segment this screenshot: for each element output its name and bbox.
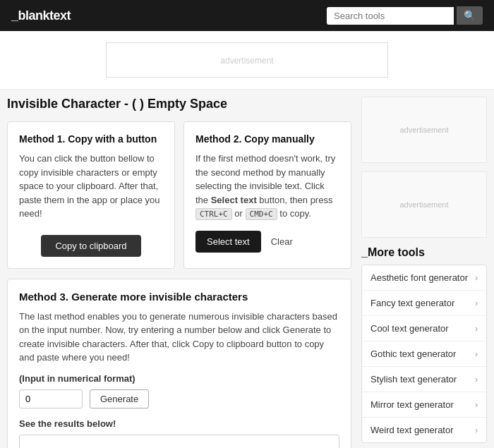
tool-label-aesthetic: Aesthetic font generator (370, 272, 468, 283)
tools-list: Aesthetic font generator›Fancy text gene… (361, 265, 487, 443)
sidebar-item-mirror[interactable]: Mirror text generator› (362, 392, 486, 418)
header: _blanktext 🔍 (0, 0, 494, 31)
content-area: Invisible Character - ( ) Empty Space Me… (7, 97, 351, 448)
sidebar-item-cool[interactable]: Cool text generator› (362, 316, 486, 341)
top-ad: advertisement (0, 31, 494, 90)
tool-label-stylish: Stylish text generator (370, 374, 457, 385)
sidebar-item-gothic[interactable]: Gothic text generator› (362, 341, 486, 367)
results-textarea[interactable] (19, 435, 339, 449)
main-layout: Invisible Character - ( ) Empty Space Me… (0, 90, 494, 448)
method2-heading: Method 2. Copy manually (195, 133, 339, 145)
generate-button[interactable]: Generate (90, 389, 149, 408)
results-label: See the results below! (19, 418, 339, 429)
sidebar-item-stylish[interactable]: Stylish text generator› (362, 367, 486, 392)
sidebar: advertisement advertisement _More tools … (361, 97, 487, 448)
method1-card: Method 1. Copy with a button You can cli… (7, 121, 175, 269)
tool-label-weird: Weird text generator (370, 425, 454, 435)
ad-banner: advertisement (106, 42, 388, 78)
more-tools-title: _More tools (361, 246, 487, 259)
chevron-right-icon: › (475, 375, 478, 385)
tool-label-mirror: Mirror text generator (370, 399, 454, 410)
method1-heading: Method 1. Copy with a button (19, 133, 163, 145)
sidebar-ad-1-label: advertisement (399, 126, 448, 134)
method2-end: to copy. (277, 208, 311, 219)
method3-heading: Method 3. Generate more invisible charac… (19, 291, 339, 303)
search-input[interactable] (327, 7, 454, 25)
chevron-right-icon: › (475, 298, 478, 308)
sidebar-item-weird[interactable]: Weird text generator› (362, 418, 486, 442)
methods-row: Method 1. Copy with a button You can cli… (7, 121, 351, 269)
sidebar-ad-2: advertisement (361, 171, 487, 238)
number-input[interactable] (19, 389, 83, 408)
sidebar-ad-2-label: advertisement (399, 200, 448, 209)
sidebar-item-fancy[interactable]: Fancy text generator› (362, 291, 486, 316)
copy-button-method1[interactable]: Copy to clipboard (41, 235, 140, 257)
method3-card: Method 3. Generate more invisible charac… (7, 279, 351, 449)
method2-description: If the first method doesn't work, try th… (195, 152, 339, 221)
method2-bold: Select text (211, 195, 257, 205)
more-tools-section: _More tools Aesthetic font generator›Fan… (361, 246, 487, 443)
select-text-button[interactable]: Select text (195, 231, 261, 253)
method2-buttons: Select text Clear (195, 231, 339, 253)
kbd-ctrl-c: CTRL+C (195, 208, 232, 220)
chevron-right-icon: › (475, 425, 478, 435)
tool-label-gothic: Gothic text generator (370, 349, 456, 359)
clear-button[interactable]: Clear (268, 231, 296, 253)
method2-card: Method 2. Copy manually If the first met… (183, 121, 351, 269)
method2-text2: button, then press (257, 195, 333, 205)
method2-or: or (232, 208, 246, 219)
kbd-cmd-c: CMD+C (246, 208, 277, 220)
chevron-right-icon: › (475, 349, 478, 359)
method3-description: The last method enables you to generate … (19, 310, 339, 365)
sidebar-ad-1: advertisement (361, 97, 487, 163)
chevron-right-icon: › (475, 273, 478, 283)
sidebar-item-aesthetic[interactable]: Aesthetic font generator› (362, 265, 486, 291)
site-logo: _blanktext (11, 8, 71, 23)
page-title: Invisible Character - ( ) Empty Space (7, 97, 351, 111)
chevron-right-icon: › (475, 324, 478, 334)
generate-row: Generate (19, 389, 339, 408)
tool-label-cool: Cool text generator (370, 323, 449, 334)
method1-description: You can click the button bellow to copy … (19, 152, 163, 221)
chevron-right-icon: › (475, 400, 478, 410)
input-label: (Input in numerical format) (19, 373, 339, 384)
search-container: 🔍 (327, 6, 483, 25)
search-button[interactable]: 🔍 (457, 6, 483, 25)
tool-label-fancy: Fancy text generator (370, 298, 454, 308)
